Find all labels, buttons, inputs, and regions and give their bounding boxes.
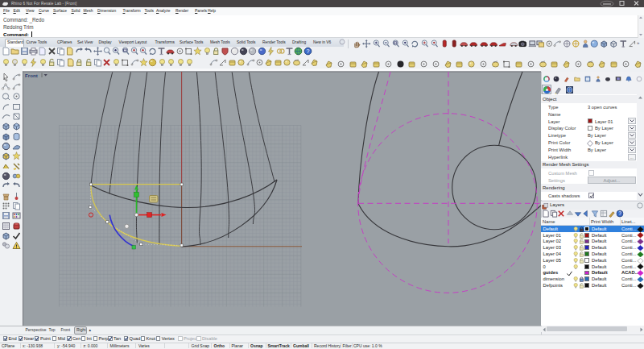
svg-text:?: ? [306, 48, 309, 54]
svg-text:?: ? [618, 210, 621, 216]
svg-text:Front: Front [25, 73, 38, 78]
